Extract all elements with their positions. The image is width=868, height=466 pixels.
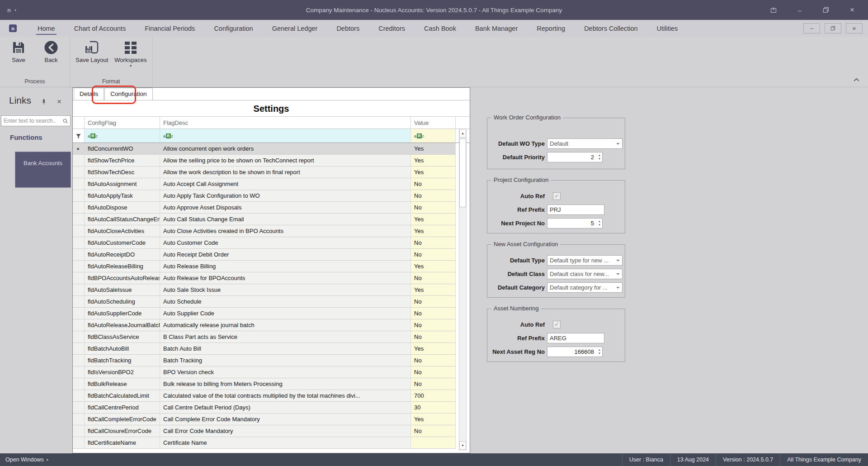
table-row[interactable]: fldCallClosureErrorCodeCall Error Code M… bbox=[73, 425, 470, 437]
vertical-scrollbar[interactable]: ▲ ▼ bbox=[459, 128, 467, 450]
table-row[interactable]: fldBatchCalculatedLimitCalculated value … bbox=[73, 390, 470, 402]
scroll-down-icon[interactable]: ▼ bbox=[459, 441, 466, 450]
pin-window-icon[interactable] bbox=[767, 5, 780, 15]
sidebar-item-bank-accounts[interactable]: Bank Accounts bbox=[15, 152, 71, 188]
table-row[interactable]: fldCallCompleteErrorCodeCall Complete Er… bbox=[73, 414, 470, 425]
table-row[interactable]: fldIsVersionBPO2BPO Version checkNo bbox=[73, 366, 470, 378]
ribbon-tab-general-ledger[interactable]: General Ledger bbox=[263, 20, 327, 37]
ribbon-tab-configuration[interactable]: Configuration bbox=[204, 20, 262, 37]
table-row[interactable]: ▸fldConcurrentWOAllow concurrent open wo… bbox=[73, 143, 470, 155]
table-row[interactable]: fldCertificateNameCertificate Name bbox=[73, 437, 470, 449]
spinner-arrows-icon[interactable]: ▲▼ bbox=[598, 348, 601, 355]
cell-configflag: fldCallClosureErrorCode bbox=[85, 425, 160, 437]
ribbon-tab-reporting[interactable]: Reporting bbox=[527, 20, 575, 37]
search-input[interactable]: Enter text to search.. bbox=[1, 115, 71, 126]
collapse-ribbon-icon[interactable] bbox=[853, 76, 860, 84]
ribbon-tab-creditors[interactable]: Creditors bbox=[369, 20, 415, 37]
cell-value: No bbox=[411, 296, 456, 308]
filter-input-flagdesc[interactable]: aBc bbox=[160, 129, 411, 143]
tab-details[interactable]: Details bbox=[74, 88, 104, 100]
ref-prefix-field[interactable]: PRJ bbox=[547, 204, 604, 215]
ribbon-tab-debtors[interactable]: Debtors bbox=[327, 20, 369, 37]
ribbon-tab-debtors-collection[interactable]: Debtors Collection bbox=[575, 20, 647, 37]
ribbon-group-label-format: Format bbox=[70, 77, 152, 87]
app-icon[interactable]: n bbox=[9, 24, 17, 32]
open-windows-label: Open Windows bbox=[5, 456, 44, 463]
table-row[interactable]: fldAutoApplyTaskAuto Apply Task Configur… bbox=[73, 190, 470, 202]
back-button[interactable]: Back bbox=[36, 40, 66, 77]
cell-value: No bbox=[411, 178, 456, 190]
column-header-value[interactable]: Value bbox=[411, 117, 456, 128]
table-row[interactable]: fldAutoSupplierCodeAuto Supplier CodeNo bbox=[73, 308, 470, 319]
table-row[interactable]: fldBPOAccountsAutoReleaseAuto Release fo… bbox=[73, 272, 470, 284]
filter-input-value[interactable]: aBc bbox=[411, 129, 456, 143]
table-row[interactable]: fldBClassAsServiceB Class Part acts as S… bbox=[73, 331, 470, 343]
default-class-select[interactable]: Default class for new... bbox=[547, 269, 623, 279]
restore-icon[interactable] bbox=[825, 23, 841, 33]
next-project-no-stepper[interactable]: 5▲▼ bbox=[547, 218, 603, 228]
minimize-icon[interactable]: – bbox=[803, 23, 820, 33]
table-row[interactable]: fldShowTechPriceAllow the selling price … bbox=[73, 155, 470, 166]
spinner-arrows-icon[interactable]: ▲▼ bbox=[598, 153, 601, 161]
group-box-legend: Work Order Configuration bbox=[491, 114, 563, 121]
table-row[interactable]: fldAutoReceiptDOAuto Receipt Debit Order… bbox=[73, 249, 470, 261]
ribbon-tab-cash-book[interactable]: Cash Book bbox=[415, 20, 466, 37]
minimize-icon[interactable]: – bbox=[793, 5, 807, 15]
funnel-icon bbox=[73, 129, 85, 143]
table-row[interactable]: fldAutoCustomerCodeAuto Customer CodeNo bbox=[73, 237, 470, 249]
row-indicator bbox=[73, 225, 85, 237]
spinner-arrows-icon[interactable]: ▲▼ bbox=[598, 219, 601, 227]
auto-ref-checkbox[interactable]: ✓ bbox=[553, 321, 561, 328]
cell-flagdesc: Bulk release to billing from Meters Proc… bbox=[160, 378, 411, 390]
default-priority-stepper[interactable]: 2▲▼ bbox=[547, 152, 603, 162]
scroll-up-icon[interactable]: ▲ bbox=[459, 129, 466, 138]
save-button[interactable]: Save bbox=[4, 40, 33, 77]
default-wo-type-select[interactable]: Default bbox=[547, 138, 623, 149]
chevron-down-icon bbox=[616, 287, 620, 289]
table-row[interactable]: fldBatchAutoBillBatch Auto BillYes bbox=[73, 343, 470, 355]
quick-access-toolbar[interactable]: n ▾ bbox=[7, 0, 16, 20]
ribbon-tab-list: HomeChart of AccountsFinancial PeriodsCo… bbox=[28, 20, 687, 37]
table-row[interactable]: fldAutoReleaseBillingAuto Release Billin… bbox=[73, 261, 470, 272]
cell-configflag: fldCertificateName bbox=[85, 437, 160, 449]
window-title: Company Maintenance - Nucleus Accounts: … bbox=[0, 7, 868, 14]
panel-tab-strip: Details Configuration bbox=[73, 88, 470, 100]
cell-configflag: fldAutoReceiptDO bbox=[85, 249, 160, 261]
default-type-select[interactable]: Default type for new ... bbox=[547, 255, 623, 266]
tab-configuration[interactable]: Configuration bbox=[104, 88, 152, 100]
workspaces-button[interactable]: Workspaces▾ bbox=[113, 40, 148, 77]
ribbon-tab-home[interactable]: Home bbox=[28, 20, 65, 37]
table-row[interactable]: fldBulkReleaseBulk release to billing fr… bbox=[73, 378, 470, 390]
ribbon-tab-financial-periods[interactable]: Financial Periods bbox=[135, 20, 204, 37]
table-row[interactable]: fldAutoSaleIssueAuto Sale Stock IssueYes bbox=[73, 284, 470, 296]
group-box-project-configuration: Project ConfigurationAuto Ref✓Ref Prefix… bbox=[487, 180, 625, 233]
auto-ref-checkbox[interactable]: ✓ bbox=[553, 192, 561, 200]
table-row[interactable]: fldBatchTrackingBatch TrackingNo bbox=[73, 355, 470, 366]
column-header-flagdesc[interactable]: FlagDesc bbox=[160, 117, 411, 128]
close-icon[interactable]: × bbox=[846, 23, 863, 33]
pin-icon[interactable] bbox=[41, 99, 47, 107]
table-row[interactable]: fldAutoSchedulingAuto ScheduleNo bbox=[73, 296, 470, 308]
restore-icon[interactable] bbox=[819, 5, 833, 15]
column-header-configflag[interactable]: ConfigFlag bbox=[85, 117, 160, 128]
filter-input-configflag[interactable]: aBc bbox=[85, 129, 160, 143]
table-row[interactable]: fldAutoCallStatusChangeEmailAuto Call St… bbox=[73, 214, 470, 225]
table-row[interactable]: fldAutoDisposeAuto Approve Asset Disposa… bbox=[73, 202, 470, 214]
cell-value: No bbox=[411, 308, 456, 319]
table-row[interactable]: fldAutoCloseActivitiesAuto Close Activit… bbox=[73, 225, 470, 237]
close-icon[interactable]: × bbox=[845, 5, 859, 15]
ribbon-tab-utilities[interactable]: Utilities bbox=[647, 20, 688, 37]
save-layout-button[interactable]: Save Layout bbox=[74, 40, 110, 77]
table-row[interactable]: fldAutoAssignmentAuto Accept Call Assign… bbox=[73, 178, 470, 190]
ribbon-tab-chart-of-accounts[interactable]: Chart of Accounts bbox=[65, 20, 135, 37]
table-row[interactable]: fldAutoReleaseJournalBatchAutomatically … bbox=[73, 319, 470, 331]
scrollbar-thumb[interactable] bbox=[459, 138, 466, 207]
open-windows-button[interactable]: Open Windows ▾ bbox=[0, 456, 48, 463]
table-row[interactable]: fldCallCentrePeriodCall Centre Default P… bbox=[73, 402, 470, 414]
next-asset-reg-no-stepper[interactable]: 166608▲▼ bbox=[547, 347, 603, 357]
ref-prefix-field[interactable]: AREG bbox=[547, 333, 604, 343]
ribbon-tab-bank-manager[interactable]: Bank Manager bbox=[466, 20, 527, 37]
close-icon[interactable]: × bbox=[57, 97, 61, 106]
table-row[interactable]: fldShowTechDescAllow the work descriptio… bbox=[73, 166, 470, 178]
default-category-select[interactable]: Default category for ... bbox=[547, 282, 623, 293]
